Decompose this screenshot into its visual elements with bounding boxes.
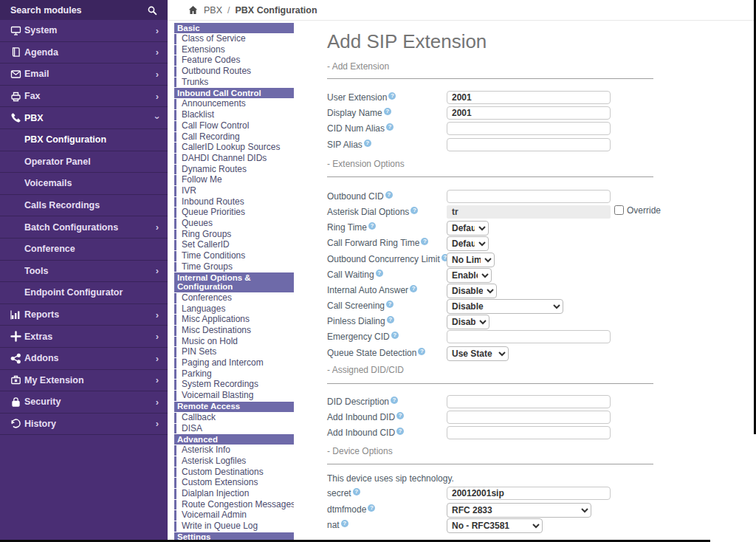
submenu-item-music-on-hold[interactable]: Music on Hold (174, 337, 294, 347)
submenu-item-parking[interactable]: Parking (174, 369, 294, 380)
call-screening-select[interactable]: Disable (447, 299, 563, 314)
display-name-input[interactable] (447, 106, 611, 120)
search-icon[interactable] (147, 5, 157, 16)
sidebar-item-tools[interactable]: Tools› (0, 261, 168, 283)
sidebar-item-pbx[interactable]: PBX› (0, 107, 168, 129)
submenu-item-blacklist[interactable]: Blacklist (174, 110, 294, 120)
submenu-item-misc-destinations[interactable]: Misc Destinations (174, 326, 294, 336)
add-inbound-cid-input[interactable] (447, 426, 611, 439)
sidebar-item-operator-panel[interactable]: Operator Panel (0, 151, 168, 174)
help-icon[interactable]: ? (385, 191, 393, 199)
sidebar-item-agenda[interactable]: Agenda› (0, 42, 168, 64)
submenu-item-disa[interactable]: DISA (174, 424, 294, 434)
help-icon[interactable]: ? (388, 92, 396, 100)
submenu-item-set-callerid[interactable]: Set CallerID (174, 240, 294, 250)
sidebar-item-my-extension[interactable]: My Extension› (0, 370, 168, 392)
submenu-item-pin-sets[interactable]: PIN Sets (174, 347, 294, 357)
help-icon[interactable]: ? (386, 123, 394, 131)
emergency-cid-input[interactable] (447, 330, 611, 343)
submenu-item-announcements[interactable]: Announcements (174, 99, 294, 109)
sidebar-item-fax[interactable]: Fax› (0, 86, 168, 108)
sidebar-item-addons[interactable]: Addons› (0, 348, 168, 370)
help-icon[interactable]: ? (410, 207, 418, 214)
sidebar-item-calls-recordings[interactable]: Calls Recordings (0, 195, 168, 217)
submenu-item-inbound-routes[interactable]: Inbound Routes (174, 197, 294, 207)
submenu-item-custom-destinations[interactable]: Custom Destinations (174, 467, 294, 478)
submenu-item-trunks[interactable]: Trunks (174, 78, 294, 88)
submenu-item-misc-applications[interactable]: Misc Applications (174, 315, 294, 325)
did-description-input[interactable] (447, 395, 611, 408)
submenu-item-dynamic-routes[interactable]: Dynamic Routes (174, 165, 294, 175)
submenu-item-dialplan-injection[interactable]: Dialplan Injection (174, 489, 294, 499)
help-icon[interactable]: ? (387, 316, 394, 323)
help-icon[interactable]: ? (391, 332, 399, 339)
submenu-item-route-congestion-messages[interactable]: Route Congestion Messages (174, 500, 294, 510)
help-icon[interactable]: ? (396, 412, 404, 419)
submenu-item-class-of-service[interactable]: Class of Service (174, 34, 294, 44)
sidebar-item-system[interactable]: System› (0, 20, 168, 42)
help-icon[interactable]: ? (341, 520, 348, 527)
user-extension-input[interactable] (447, 91, 611, 104)
submenu-item-asterisk-info[interactable]: Asterisk Info (174, 445, 294, 456)
help-icon[interactable]: ? (418, 348, 425, 355)
sidebar-item-batch-configurations[interactable]: Batch Configurations› (0, 216, 168, 239)
sidebar-item-pbx-configuration[interactable]: PBX Configuration (0, 129, 168, 151)
help-icon[interactable]: ? (384, 108, 391, 115)
sidebar-item-security[interactable]: Security› (0, 391, 168, 414)
submenu-item-voicemail-admin[interactable]: Voicemail Admin (174, 510, 294, 521)
submenu-item-system-recordings[interactable]: System Recordings (174, 380, 294, 390)
sidebar-item-email[interactable]: Email› (0, 64, 168, 86)
sip-alias-input[interactable] (447, 138, 611, 151)
help-icon[interactable]: ? (421, 238, 428, 245)
submenu-item-custom-extensions[interactable]: Custom Extensions (174, 478, 294, 488)
help-icon[interactable]: ? (386, 301, 394, 308)
submenu-item-languages[interactable]: Languages (174, 304, 294, 315)
submenu-item-time-conditions[interactable]: Time Conditions (174, 251, 294, 261)
submenu-item-write-in-queue-log[interactable]: Write in Queue Log (174, 521, 294, 532)
submenu-item-voicemail-blasting[interactable]: Voicemail Blasting (174, 391, 294, 401)
submenu-item-follow-me[interactable]: Follow Me (174, 175, 294, 185)
sidebar-item-voicemails[interactable]: Voicemails (0, 173, 168, 195)
submenu-item-asterisk-logfiles[interactable]: Asterisk Logfiles (174, 456, 294, 467)
help-icon[interactable]: ? (410, 285, 417, 292)
help-icon[interactable]: ? (376, 270, 383, 277)
nat-select[interactable]: No - RFC3581 (447, 518, 543, 533)
submenu-item-extensions[interactable]: Extensions (174, 45, 294, 55)
section-toggle-add-extension[interactable]: - Add Extension (327, 61, 653, 72)
submenu-item-paging-and-intercom[interactable]: Paging and Intercom (174, 358, 294, 368)
home-icon[interactable] (188, 5, 198, 15)
pinless-dialing-select[interactable]: Disable (447, 315, 489, 329)
override-checkbox[interactable] (614, 205, 624, 215)
cid-num-alias-input[interactable] (447, 122, 611, 135)
secret-input[interactable] (447, 487, 611, 500)
breadcrumb-pbx[interactable]: PBX (204, 5, 222, 16)
sidebar-item-reports[interactable]: Reports› (0, 304, 168, 326)
submenu-item-call-flow-control[interactable]: Call Flow Control (174, 121, 294, 131)
outbound-concurrency-limit-select[interactable]: No Limit (447, 253, 495, 267)
call-waiting-select[interactable]: Enable (447, 268, 492, 283)
submenu-item-callback[interactable]: Callback (174, 413, 294, 423)
sidebar-item-endpoint-configurator[interactable]: Endpoint Configurator (0, 282, 168, 304)
internal-auto-answer-select[interactable]: Disable (447, 284, 497, 298)
queue-state-detection-select[interactable]: Use State (447, 346, 509, 361)
help-icon[interactable]: ? (391, 397, 398, 404)
submenu-item-time-groups[interactable]: Time Groups (174, 262, 294, 272)
submenu-item-outbound-routes[interactable]: Outbound Routes (174, 66, 294, 77)
submenu-item-feature-codes[interactable]: Feature Codes (174, 55, 294, 66)
call-forward-ring-time-select[interactable]: Default (447, 236, 489, 251)
help-icon[interactable]: ? (368, 504, 375, 512)
submenu-item-queues[interactable]: Queues (174, 219, 294, 229)
submenu-item-callerid-lookup-sources[interactable]: CallerID Lookup Sources (174, 143, 294, 153)
submenu-item-ivr[interactable]: IVR (174, 186, 294, 196)
help-icon[interactable]: ? (353, 488, 360, 495)
submenu-item-queue-priorities[interactable]: Queue Priorities (174, 207, 294, 218)
sidebar-item-conference[interactable]: Conference (0, 239, 168, 261)
section-toggle-device-options[interactable]: - Device Options (327, 446, 653, 456)
submenu-item-ring-groups[interactable]: Ring Groups (174, 230, 294, 240)
add-inbound-did-input[interactable] (447, 411, 611, 424)
sidebar-item-history[interactable]: History› (0, 414, 168, 436)
search-modules-bar[interactable]: Search modules (0, 0, 168, 20)
ring-time-select[interactable]: Default (447, 221, 489, 236)
sidebar-item-extras[interactable]: Extras› (0, 326, 168, 348)
submenu-item-conferences[interactable]: Conferences (174, 293, 294, 303)
